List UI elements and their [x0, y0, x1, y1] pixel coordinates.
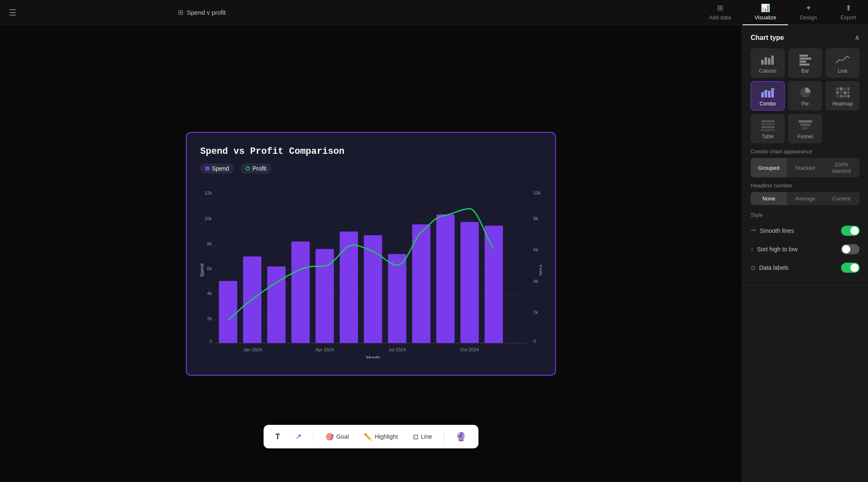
- profit-color-dot: [246, 166, 250, 171]
- combo-icon: [760, 87, 775, 98]
- chart-type-funnel[interactable]: Funnel: [788, 114, 822, 143]
- nav-add-data[interactable]: ⊞ Add data: [697, 0, 743, 25]
- smooth-lines-knob: [850, 227, 859, 235]
- headline-average-btn[interactable]: Average: [787, 192, 823, 205]
- data-labels-row: ⊙ Data labels: [751, 258, 860, 277]
- svg-text:Oct 2024: Oct 2024: [460, 347, 479, 352]
- svg-rect-33: [799, 61, 806, 63]
- combo-100stacked-btn[interactable]: 100% stacked: [823, 158, 860, 177]
- sort-high-low-toggle[interactable]: [841, 244, 860, 254]
- chart-type-section: Chart type ∧ Column: [742, 25, 868, 286]
- toolbar-divider-1: [313, 430, 314, 443]
- chart-type-bar[interactable]: Bar: [788, 48, 822, 78]
- bar-apr: [291, 241, 310, 343]
- smooth-lines-toggle[interactable]: [841, 226, 860, 236]
- svg-text:8k: 8k: [207, 241, 212, 246]
- svg-rect-51: [847, 95, 849, 97]
- column-label: Column: [759, 68, 776, 74]
- menu-icon[interactable]: ☰: [9, 8, 16, 18]
- column-icon: [760, 54, 775, 66]
- data-labels-toggle[interactable]: [841, 263, 860, 273]
- sort-knob: [842, 245, 850, 253]
- chart-type-heatmap[interactable]: Heatmap: [826, 81, 860, 111]
- chart-type-label: Chart type: [751, 34, 784, 42]
- sort-icon: ↕: [751, 246, 754, 253]
- svg-text:10k: 10k: [533, 190, 541, 195]
- svg-rect-40: [836, 87, 839, 90]
- data-labels-icon: ⊙: [751, 264, 756, 271]
- svg-text:0: 0: [209, 339, 212, 344]
- chart-card: Spend vs Profit Comparison Spend Profit …: [186, 132, 556, 376]
- svg-rect-28: [765, 57, 767, 65]
- svg-text:10k: 10k: [204, 216, 212, 221]
- bar-aug: [388, 254, 407, 343]
- combo-appearance-subtitle: Combo chart appearance: [751, 148, 860, 155]
- chart-type-line[interactable]: Line: [826, 48, 860, 78]
- top-nav: ⊞ Add data 📊 Visualize ✦ Design ⬆ Export: [697, 0, 868, 25]
- toolbar-goal-label: Goal: [336, 433, 349, 440]
- svg-rect-46: [844, 91, 847, 94]
- line-chart-icon: [835, 54, 850, 66]
- toolbar-arrow[interactable]: ↗: [292, 429, 305, 444]
- text-icon: T: [275, 432, 280, 441]
- svg-rect-45: [840, 91, 843, 94]
- combo-grouped-btn[interactable]: Grouped: [751, 158, 787, 177]
- smooth-lines-icon: 〜: [751, 227, 757, 234]
- svg-text:4k: 4k: [207, 291, 212, 296]
- bar-jun: [340, 231, 358, 342]
- svg-text:2k: 2k: [207, 316, 212, 321]
- canvas-area: Spend vs Profit Comparison Spend Profit …: [0, 25, 742, 482]
- highlight-icon: ✏️: [364, 433, 372, 441]
- spend-color-dot: [205, 166, 209, 171]
- funnel-label: Funnel: [797, 134, 813, 140]
- chart-legend: Spend Profit: [200, 163, 542, 174]
- sort-high-low-row: ↕ Sort high to low: [751, 240, 860, 258]
- combo-label: Combo: [760, 101, 776, 107]
- main-content: Spend vs Profit Comparison Spend Profit …: [0, 25, 868, 482]
- toolbar-line[interactable]: ⊡ Line: [410, 430, 435, 443]
- table-label: Table: [762, 134, 774, 140]
- chart-type-pie[interactable]: Pie: [788, 81, 822, 111]
- headline-subtitle: Headline number: [751, 182, 860, 189]
- combo-stacked-btn[interactable]: Stacked: [787, 158, 823, 177]
- bar-label: Bar: [801, 68, 809, 74]
- right-panel: Chart type ∧ Column: [742, 25, 868, 482]
- combo-appearance-group: Grouped Stacked 100% stacked: [751, 158, 860, 177]
- svg-text:Spend: Spend: [200, 263, 204, 277]
- svg-text:12k: 12k: [204, 190, 212, 195]
- chart-svg: 12k 10k 8k 6k 4k 2k 0 Spend 10k 8k 6k 4k…: [200, 182, 542, 358]
- bar-oct: [436, 214, 455, 343]
- toolbar-highlight[interactable]: ✏️ Highlight: [360, 430, 401, 443]
- collapse-icon[interactable]: ∧: [855, 34, 860, 42]
- svg-rect-49: [840, 95, 843, 97]
- nav-visualize[interactable]: 📊 Visualize: [743, 0, 788, 25]
- nav-visualize-label: Visualize: [754, 14, 776, 21]
- chart-type-title: Chart type ∧: [751, 34, 860, 42]
- svg-rect-30: [771, 55, 774, 65]
- svg-rect-29: [768, 58, 770, 65]
- bottom-toolbar: T ↗ 🎯 Goal ✏️ Highlight ⊡ Line 🔮: [264, 425, 479, 448]
- nav-design-label: Design: [800, 14, 817, 21]
- line-label: Line: [838, 68, 847, 74]
- chart-type-table[interactable]: Table: [751, 114, 785, 143]
- heatmap-icon: [835, 87, 850, 98]
- headline-none-btn[interactable]: None: [751, 192, 787, 205]
- svg-text:Month: Month: [366, 355, 380, 358]
- nav-design[interactable]: ✦ Design: [788, 0, 828, 25]
- svg-rect-43: [847, 87, 849, 90]
- style-subtitle: Style: [751, 212, 860, 218]
- toolbar-text[interactable]: T: [272, 430, 283, 444]
- svg-rect-41: [840, 87, 843, 90]
- chart-type-combo[interactable]: Combo: [751, 81, 785, 111]
- toolbar-magic[interactable]: 🔮: [453, 429, 470, 444]
- headline-current-btn[interactable]: Current: [823, 192, 860, 205]
- page-title: Spend v profit: [187, 9, 226, 16]
- arrow-icon: ↗: [295, 432, 302, 441]
- toolbar-highlight-label: Highlight: [375, 433, 397, 440]
- svg-text:2k: 2k: [533, 309, 538, 314]
- magic-icon: 🔮: [456, 432, 466, 442]
- chart-type-column[interactable]: Column: [751, 48, 785, 78]
- bar-nov: [460, 222, 479, 343]
- nav-export[interactable]: ⬆ Export: [828, 0, 868, 25]
- toolbar-goal[interactable]: 🎯 Goal: [322, 430, 352, 443]
